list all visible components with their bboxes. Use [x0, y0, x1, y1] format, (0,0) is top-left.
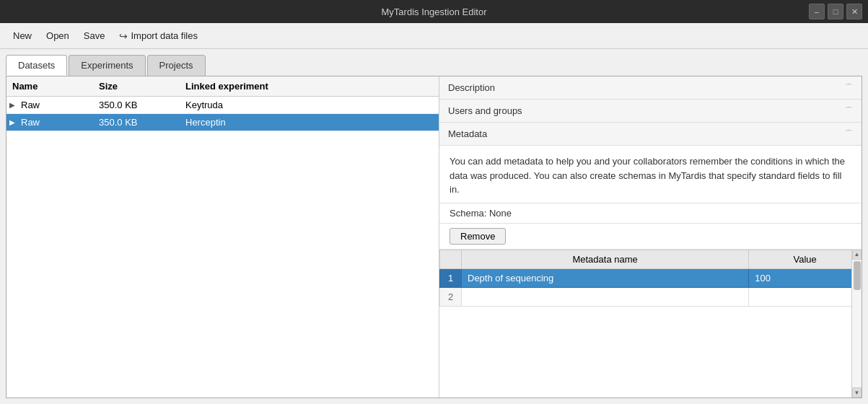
table-row[interactable]: ▶ Raw 350.0 KB Herceptin — [6, 114, 439, 131]
row-expander: ▶ — [6, 101, 18, 109]
description-section[interactable]: Description ⌒ — [439, 76, 862, 100]
cell-linked: Herceptin — [180, 115, 439, 129]
metadata-label: Metadata — [448, 128, 845, 139]
metadata-table-row[interactable]: 1 Depth of sequencing 100 — [440, 268, 862, 287]
metadata-table-wrap: Metadata name Value 1 Depth of sequencin… — [439, 250, 862, 398]
cell-size: 350.0 KB — [93, 115, 180, 129]
scroll-up-button[interactable]: ▲ — [852, 250, 862, 260]
users-groups-label: Users and groups — [448, 105, 845, 116]
description-label: Description — [448, 82, 845, 93]
scroll-down-button[interactable]: ▼ — [852, 387, 862, 398]
cell-linked: Keytruda — [180, 98, 439, 112]
metadata-section-header[interactable]: Metadata ⌒ — [439, 123, 862, 146]
metadata-row-num: 1 — [440, 268, 462, 287]
metadata-name-cell[interactable] — [462, 287, 749, 306]
open-menu-item[interactable]: Open — [40, 27, 75, 44]
col-header-rownum — [440, 250, 462, 268]
dataset-table-header: Name Size Linked experiment — [6, 76, 439, 97]
users-groups-section[interactable]: Users and groups ⌒ — [439, 100, 862, 123]
tab-bar: Datasets Experiments Projects — [6, 55, 862, 76]
metadata-chevron: ⌒ — [845, 128, 853, 139]
close-button[interactable]: ✕ — [846, 4, 862, 19]
scroll-track — [852, 260, 862, 388]
metadata-value-cell[interactable] — [749, 287, 862, 306]
scroll-handle[interactable] — [854, 261, 861, 290]
main-area: Datasets Experiments Projects Name Size … — [0, 49, 868, 404]
right-panel: Description ⌒ Users and groups ⌒ Metadat… — [439, 76, 862, 398]
new-menu-item[interactable]: New — [7, 27, 38, 44]
right-scrollbar[interactable]: ▲ ▼ — [851, 250, 862, 398]
minimize-button[interactable]: – — [809, 4, 825, 19]
schema-row: Schema: None — [439, 203, 862, 224]
cell-name: Raw — [18, 115, 93, 129]
col-header-value: Value — [749, 250, 862, 268]
maximize-button[interactable]: □ — [828, 4, 843, 19]
col-header-size: Size — [93, 79, 180, 93]
col-header-metadata-name: Metadata name — [462, 250, 749, 268]
cell-name: Raw — [18, 98, 93, 112]
title-bar: MyTardis Ingestion Editor – □ ✕ — [0, 0, 868, 23]
tab-projects[interactable]: Projects — [147, 55, 206, 76]
menu-bar: New Open Save ↪ Import data files — [0, 23, 868, 49]
left-panel: Name Size Linked experiment ▶ Raw 350.0 … — [6, 76, 439, 398]
cell-size: 350.0 KB — [93, 98, 180, 112]
metadata-table-header-row: Metadata name Value — [440, 250, 862, 268]
import-button[interactable]: ↪ Import data files — [113, 27, 203, 45]
description-chevron: ⌒ — [845, 82, 853, 93]
save-menu-item[interactable]: Save — [78, 27, 111, 44]
col-header-name: Name — [6, 79, 93, 93]
tab-datasets[interactable]: Datasets — [6, 55, 67, 76]
users-groups-chevron: ⌒ — [845, 105, 853, 116]
import-label: Import data files — [131, 30, 198, 41]
window-controls: – □ ✕ — [809, 4, 862, 19]
import-icon: ↪ — [119, 30, 128, 42]
metadata-info-text: You can add metadata to help you and you… — [439, 146, 862, 203]
window-title: MyTardis Ingestion Editor — [382, 6, 487, 17]
metadata-table-row[interactable]: 2 — [440, 287, 862, 306]
metadata-value-cell[interactable]: 100 — [749, 268, 862, 287]
row-expander: ▶ — [6, 118, 18, 126]
dataset-table-body: ▶ Raw 350.0 KB Keytruda ▶ Raw 350.0 KB H… — [6, 97, 439, 398]
remove-button[interactable]: Remove — [450, 228, 506, 245]
content-area: Name Size Linked experiment ▶ Raw 350.0 … — [6, 76, 862, 398]
remove-btn-row: Remove — [439, 224, 862, 250]
table-row[interactable]: ▶ Raw 350.0 KB Keytruda — [6, 97, 439, 114]
metadata-content: You can add metadata to help you and you… — [439, 146, 862, 398]
tab-experiments[interactable]: Experiments — [69, 55, 145, 76]
metadata-table: Metadata name Value 1 Depth of sequencin… — [439, 250, 862, 307]
col-header-linked: Linked experiment — [180, 79, 439, 93]
metadata-name-cell[interactable]: Depth of sequencing — [462, 268, 749, 287]
metadata-row-num: 2 — [440, 287, 462, 306]
